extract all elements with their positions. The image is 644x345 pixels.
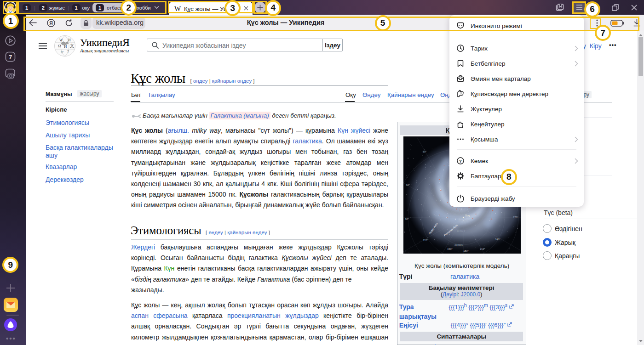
svg-text:W: W bbox=[59, 38, 63, 42]
svg-text:?: ? bbox=[459, 158, 462, 164]
svg-text:文: 文 bbox=[70, 44, 74, 48]
svg-text:7: 7 bbox=[67, 50, 69, 54]
svg-text:10,000 ly: 10,000 ly bbox=[457, 230, 466, 232]
svg-text:7: 7 bbox=[9, 54, 12, 61]
svg-text:60°: 60° bbox=[406, 184, 410, 187]
svg-text:Orion Spur: Orion Spur bbox=[458, 220, 468, 222]
svg-text:210°: 210° bbox=[480, 248, 485, 250]
svg-text:240°: 240° bbox=[495, 238, 500, 241]
svg-text:ש: ש bbox=[61, 50, 63, 54]
svg-text:270°: 270° bbox=[513, 216, 518, 219]
svg-text:30°: 30° bbox=[423, 150, 426, 153]
svg-text:90°: 90° bbox=[405, 218, 409, 221]
svg-text:150°: 150° bbox=[447, 248, 452, 250]
svg-text:120°: 120° bbox=[423, 239, 428, 242]
svg-text:Sun: Sun bbox=[465, 214, 470, 217]
svg-text:И: И bbox=[68, 38, 71, 42]
svg-text:180°: 180° bbox=[463, 249, 468, 252]
svg-text:30,000 ly: 30,000 ly bbox=[454, 244, 463, 246]
svg-text:Ω: Ω bbox=[58, 44, 61, 48]
